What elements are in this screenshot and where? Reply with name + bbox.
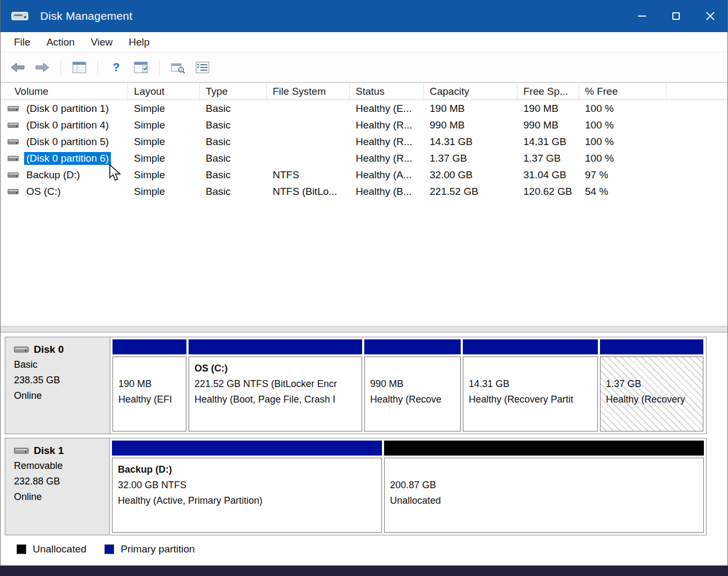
- toolbar: ?: [1, 52, 727, 82]
- partition-efi[interactable]: 190 MB Healthy (EFI: [112, 339, 186, 431]
- menu-view[interactable]: View: [82, 34, 121, 51]
- graphical-view: Disk 0 Basic 238.35 GB Online 190 MB Hea…: [1, 332, 727, 558]
- cell-volume: (Disk 0 partition 6): [1, 152, 128, 165]
- cell-capacity: 190 MB: [424, 103, 517, 115]
- column-header-status[interactable]: Status: [350, 83, 424, 100]
- action-pane-icon[interactable]: [131, 58, 151, 77]
- column-header-capacity[interactable]: Capacity: [424, 83, 517, 100]
- partition-137gb-recovery-selected[interactable]: 1.37 GB Healthy (Recovery: [600, 339, 703, 431]
- minimize-button[interactable]: [625, 0, 659, 32]
- partition-unallocated[interactable]: 200.87 GB Unallocated: [384, 441, 704, 533]
- maximize-button[interactable]: [659, 0, 693, 32]
- cell-volume: Backup (D:): [1, 169, 128, 181]
- cell-percent-free: 100 %: [579, 136, 666, 148]
- disk-1-panel[interactable]: Disk 1 Removable 232.88 GB Online: [5, 438, 110, 535]
- partition-status: Healthy (EFI: [118, 392, 181, 407]
- cell-status: Healthy (R...: [350, 136, 424, 148]
- menu-help[interactable]: Help: [121, 34, 157, 51]
- partition-status: Healthy (Recove: [370, 392, 455, 407]
- volume-list-header: Volume Layout Type File System Status Ca…: [1, 82, 727, 100]
- volume-icon: [7, 155, 19, 162]
- disk-name: Disk 0: [34, 344, 64, 355]
- partition-size: 1.37 GB: [606, 376, 697, 392]
- partition-size: 200.87 GB: [390, 478, 698, 493]
- unallocated-color-band: [384, 441, 704, 456]
- maximize-icon: [672, 12, 680, 20]
- partition-status: Unallocated: [390, 493, 698, 509]
- column-header-volume[interactable]: Volume: [1, 83, 128, 100]
- disk-status: Online: [14, 489, 109, 505]
- volume-row-backup-d[interactable]: Backup (D:) Simple Basic NTFS Healthy (A…: [1, 166, 727, 183]
- cell-capacity: 221.52 GB: [424, 186, 517, 198]
- volume-name-selected: (Disk 0 partition 6): [24, 152, 111, 165]
- partition-14gb-recovery[interactable]: 14.31 GB Healthy (Recovery Partit: [463, 339, 598, 431]
- disk-icon: [14, 446, 29, 455]
- help-icon[interactable]: ?: [107, 58, 126, 77]
- cell-status: Healthy (R...: [350, 119, 424, 131]
- volume-name: (Disk 0 partition 4): [24, 119, 111, 132]
- cell-free-space: 31.04 GB: [517, 169, 579, 181]
- volume-row-os-c[interactable]: OS (C:) Simple Basic NTFS (BitLo... Heal…: [1, 183, 727, 200]
- partition-size: 990 MB: [370, 376, 455, 392]
- volume-row-disk0-partition1[interactable]: (Disk 0 partition 1) Simple Basic Health…: [1, 100, 727, 117]
- forward-icon[interactable]: [33, 58, 52, 77]
- disk-1-partitions: Backup (D:) 32.00 GB NTFS Healthy (Activ…: [110, 438, 706, 535]
- pane-splitter[interactable]: [1, 326, 727, 332]
- partition-status: Healthy (Boot, Page File, Crash I: [194, 392, 356, 407]
- volume-icon: [7, 105, 19, 112]
- disk-name: Disk 1: [34, 445, 64, 457]
- volume-row-disk0-partition6-selected[interactable]: (Disk 0 partition 6) Simple Basic Health…: [1, 150, 727, 166]
- partition-size: 14.31 GB: [469, 376, 592, 392]
- volume-row-disk0-partition4[interactable]: (Disk 0 partition 4) Simple Basic Health…: [1, 117, 727, 133]
- partition-backup-d[interactable]: Backup (D:) 32.00 GB NTFS Healthy (Activ…: [112, 441, 382, 533]
- partition-os-c[interactable]: OS (C:) 221.52 GB NTFS (BitLocker Encr H…: [189, 339, 362, 431]
- disk-status: Online: [14, 388, 110, 404]
- column-header-layout[interactable]: Layout: [128, 83, 200, 100]
- column-header-free-space[interactable]: Free Sp...: [517, 83, 579, 100]
- cell-percent-free: 97 %: [579, 169, 666, 181]
- view-options-icon[interactable]: [193, 58, 212, 77]
- console-tree-icon[interactable]: [70, 58, 89, 77]
- volume-icon: [7, 171, 19, 179]
- disk-0-row: Disk 0 Basic 238.35 GB Online 190 MB Hea…: [5, 337, 707, 434]
- cell-percent-free: 54 %: [579, 186, 666, 198]
- disk-kind: Basic: [14, 357, 110, 373]
- cell-layout: Simple: [128, 169, 200, 181]
- partition-title: OS (C:): [194, 361, 356, 376]
- partition-size: 221.52 GB NTFS (BitLocker Encr: [194, 376, 356, 392]
- partition-color-band: [463, 339, 598, 354]
- partition-990mb-recovery[interactable]: 990 MB Healthy (Recove: [364, 339, 461, 431]
- minimize-icon: [638, 16, 646, 17]
- cell-type: Basic: [200, 136, 267, 148]
- volume-name: (Disk 0 partition 5): [24, 135, 111, 148]
- column-header-type[interactable]: Type: [200, 83, 267, 100]
- cell-percent-free: 100 %: [579, 103, 666, 115]
- toolbar-separator: [61, 60, 61, 75]
- partition-status: Healthy (Recovery Partit: [469, 392, 592, 407]
- partition-color-band: [364, 339, 461, 354]
- partition-title: [606, 361, 697, 376]
- menu-file[interactable]: File: [6, 34, 39, 51]
- disk-0-panel[interactable]: Disk 0 Basic 238.35 GB Online: [5, 337, 110, 434]
- window-title: Disk Management: [40, 10, 132, 22]
- close-button[interactable]: [693, 0, 727, 32]
- partition-title: [390, 462, 698, 478]
- volume-row-disk0-partition5[interactable]: (Disk 0 partition 5) Simple Basic Health…: [1, 133, 727, 150]
- legend: Unallocated Primary partition: [5, 539, 706, 558]
- column-header-percent-free[interactable]: % Free: [579, 83, 666, 100]
- partition-color-band: [189, 339, 362, 354]
- partition-color-band: [112, 339, 186, 354]
- disk-size: 238.35 GB: [14, 373, 110, 388]
- properties-icon[interactable]: [168, 58, 187, 77]
- cell-type: Basic: [200, 169, 267, 181]
- cell-free-space: 120.62 GB: [517, 186, 579, 198]
- column-header-file-system[interactable]: File System: [267, 83, 350, 100]
- disk-kind: Removable: [14, 458, 109, 474]
- cell-free-space: 14.31 GB: [517, 136, 579, 148]
- volume-name: Backup (D:): [24, 169, 82, 181]
- partition-status: Healthy (Active, Primary Partition): [118, 493, 376, 509]
- menu-action[interactable]: Action: [39, 34, 83, 51]
- legend-primary-label: Primary partition: [121, 543, 194, 555]
- back-icon[interactable]: [8, 58, 27, 77]
- partition-title: [469, 361, 592, 376]
